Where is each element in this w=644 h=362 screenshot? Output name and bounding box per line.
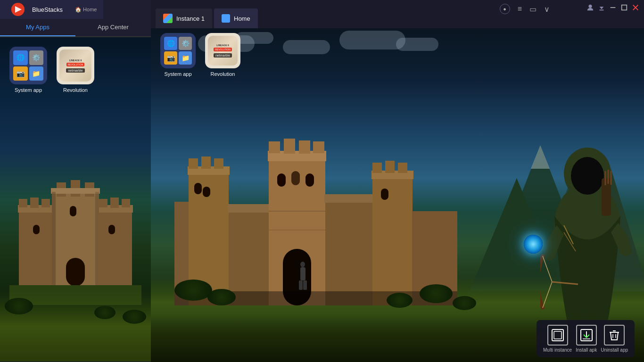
home-tab-right[interactable]: Home (214, 8, 258, 28)
revolution-app-right[interactable]: LINEAGE II REVOLUTION netmarble Revoluti… (205, 33, 240, 77)
my-apps-tab[interactable]: My Apps (0, 19, 75, 36)
apps-grid-left: 🌐 ⚙️ 📷 📁 System app LINEAGE II REVOLUTIO… (9, 47, 94, 93)
svg-rect-20 (70, 206, 76, 216)
left-home-tab[interactable]: BlueStacks 🏠 Home (0, 0, 103, 19)
cloud-2 (236, 32, 273, 44)
svg-rect-10 (30, 197, 39, 208)
system-app-icon: 🌐 ⚙️ 📷 📁 (9, 47, 47, 84)
bush-main-4 (420, 284, 453, 303)
bush-main-5 (453, 296, 476, 310)
top-right-controls: ● ≡ ▭ ∨ (500, 4, 550, 14)
bush-1 (5, 298, 33, 314)
left-panel: BlueStacks 🏠 Home My Apps App Center (0, 0, 151, 362)
maximize-btn[interactable] (620, 4, 628, 11)
download-icon[interactable] (598, 4, 605, 11)
gateway-figure (297, 261, 309, 294)
svg-rect-50 (284, 139, 295, 154)
svg-rect-9 (19, 199, 27, 207)
camera-icon: 📷 (13, 66, 28, 81)
svg-rect-80 (602, 178, 611, 216)
system-app-label: System app (15, 87, 42, 93)
revolution-app-left[interactable]: LINEAGE II REVOLUTION netmarble Revoluti… (57, 47, 94, 93)
bottom-toolbar: Multi instance Install apk (537, 320, 635, 357)
home-icon (222, 14, 230, 23)
svg-line-78 (543, 282, 552, 308)
camera-icon-r: 📷 (164, 51, 177, 65)
bush-2 (94, 306, 116, 319)
svg-rect-91 (554, 331, 561, 339)
left-nav: My Apps App Center (0, 19, 151, 37)
multi-instance-btn[interactable]: Multi instance (543, 325, 572, 353)
svg-rect-40 (189, 158, 198, 169)
system-app-label-right: System app (164, 71, 191, 77)
right-window: Instance 1 Home ● ≡ ▭ ∨ (151, 0, 644, 362)
svg-rect-64 (381, 189, 388, 200)
install-apk-label: Install apk (576, 347, 597, 353)
revolution-label-right: Revolution (211, 71, 235, 77)
minimize-btn[interactable] (609, 4, 617, 11)
svg-rect-63 (398, 163, 407, 173)
menu-icon[interactable]: ≡ (518, 5, 522, 13)
svg-rect-41 (201, 156, 211, 169)
user-icon[interactable]: ● (500, 4, 510, 14)
install-apk-btn[interactable]: Install apk (576, 325, 597, 353)
app-center-tab[interactable]: App Center (75, 19, 151, 36)
files-icon: 📁 (29, 66, 44, 81)
account-btn[interactable] (586, 4, 594, 11)
svg-rect-52 (313, 141, 324, 153)
revolution-icon-right: LINEAGE II REVOLUTION netmarble (205, 33, 240, 68)
castle-main (174, 117, 457, 305)
svg-rect-6 (51, 188, 100, 194)
install-apk-icon (576, 325, 597, 346)
multi-instance-icon (547, 325, 568, 346)
more-icon[interactable]: ∨ (544, 5, 550, 14)
svg-rect-72 (299, 280, 303, 290)
svg-rect-62 (385, 161, 395, 173)
svg-marker-25 (600, 7, 604, 9)
uninstall-app-btn[interactable]: Uninstall app (601, 325, 628, 353)
svg-rect-42 (214, 158, 223, 169)
svg-rect-27 (611, 7, 616, 8)
svg-rect-16 (122, 199, 130, 207)
svg-rect-7 (19, 211, 52, 286)
revolution-inner: LINEAGE II REVOLUTION netmarble (59, 49, 91, 82)
archer-character (540, 131, 635, 343)
svg-rect-19 (108, 225, 115, 234)
svg-rect-73 (303, 280, 307, 290)
svg-rect-28 (622, 5, 627, 10)
svg-rect-17 (66, 258, 85, 286)
globe-icon: 🌐 (13, 50, 28, 65)
globe-icon-r: 🌐 (164, 37, 177, 50)
uninstall-app-label: Uninstall app (601, 347, 628, 353)
right-content: 🌐 ⚙️ 📷 📁 System app LINEAGE II REVOLUTIO… (151, 28, 644, 362)
main-window: BlueStacks 🏠 Home My Apps App Center (0, 0, 644, 362)
uninstall-app-icon (604, 325, 625, 346)
svg-rect-67 (291, 171, 300, 185)
revolution-icon: LINEAGE II REVOLUTION netmarble (57, 47, 94, 84)
gear-icon-r: ⚙️ (179, 37, 192, 50)
close-btn[interactable] (632, 4, 639, 11)
revolution-label: Revolution (63, 87, 88, 93)
cloud-3 (283, 40, 330, 54)
resize-icon[interactable]: ▭ (529, 5, 537, 14)
castle-left (9, 154, 141, 305)
revolution-inner-r: LINEAGE II REVOLUTION netmarble (208, 36, 238, 66)
svg-rect-18 (33, 225, 40, 234)
instance-tab[interactable]: Instance 1 (156, 8, 212, 28)
system-app-left[interactable]: 🌐 ⚙️ 📷 📁 System app (9, 47, 47, 93)
bush-main-1 (174, 280, 212, 301)
svg-rect-59 (372, 178, 413, 305)
system-app-right[interactable]: 🌐 ⚙️ 📷 📁 System app (160, 33, 196, 77)
svg-rect-51 (299, 140, 310, 154)
svg-rect-26 (600, 9, 604, 10)
left-content: 🌐 ⚙️ 📷 📁 System app LINEAGE II REVOLUTIO… (0, 37, 151, 362)
svg-point-70 (300, 262, 305, 267)
svg-rect-54 (277, 173, 286, 187)
bush-3 (123, 310, 146, 324)
bluestacks-logo (7, 3, 29, 16)
left-title-bar: BlueStacks 🏠 Home (0, 0, 151, 19)
svg-rect-21 (52, 192, 56, 286)
svg-rect-49 (269, 141, 280, 153)
apps-grid-right: 🌐 ⚙️ 📷 📁 System app LINEAGE II REVOLUTIO… (160, 33, 240, 77)
cloud-5 (396, 38, 438, 51)
